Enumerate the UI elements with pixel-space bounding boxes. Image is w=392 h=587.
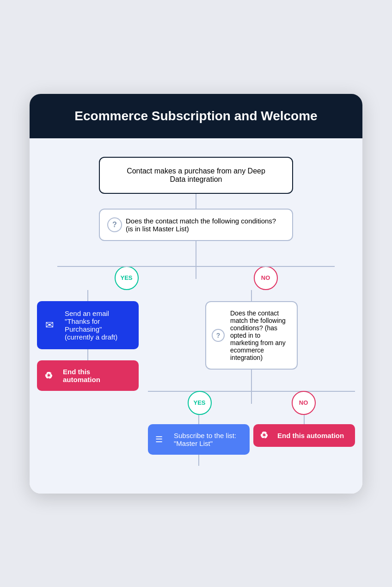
no-badge2-container: NO [252,391,355,415]
branch-split [57,254,335,279]
connector-line-1 [196,194,196,209]
left-column [57,254,196,267]
list-icon: ☰ [155,434,163,445]
main-card: Ecommerce Subscription and Welcome Conta… [30,94,362,494]
yes-badge2-container: YES [148,391,251,415]
subscribe-text: Subscribe to the list: "Master List" [174,432,236,447]
end-automation-1-node[interactable]: ♻ End this automation [37,360,139,391]
right-v2 [251,370,252,379]
page-title: Ecommerce Subscription and Welcome [48,109,344,124]
sub-right-v [304,415,305,424]
trigger-text: Contact makes a purchase from any Deep D… [127,167,265,183]
question-icon-1: ? [107,217,122,232]
left-branch: ✉ Send an email "Thanks for Purchasing" … [37,290,139,391]
sub-branches: ☰ Subscribe to the list: "Master List" ♻… [148,415,355,466]
left-v2 [87,349,88,360]
h-arm-right [196,266,335,267]
condition-text-2: Does the contact match the following con… [230,309,286,361]
right-branch: ? Does the contact match the following c… [148,290,355,466]
card-body: Contact makes a purchase from any Deep D… [30,138,362,494]
connector-line-2 [196,241,196,254]
send-email-node[interactable]: ✉ Send an email "Thanks for Purchasing" … [37,301,139,349]
yes-badge-2: YES [188,391,212,415]
branches-content: ✉ Send an email "Thanks for Purchasing" … [57,290,335,466]
sub-left-v [198,415,199,424]
sub-left-branch: ☰ Subscribe to the list: "Master List" [148,415,250,466]
end-automation-1-text: End this automation [63,368,100,383]
end-automation-2-text: End this automation [277,432,344,439]
question-icon-2: ? [212,329,225,342]
condition-text-1: Does the contact match the following con… [126,217,276,233]
sub-right-branch: ♻ End this automation [253,415,355,447]
right-column [196,254,335,267]
no-badge-2: NO [292,391,316,415]
trigger-node[interactable]: Contact makes a purchase from any Deep D… [99,157,293,194]
right-v1 [251,290,252,301]
sub-badges-row: YES NO [148,391,355,415]
sub-left-v2 [198,455,199,466]
end-automation-2-node[interactable]: ♻ End this automation [253,424,355,447]
condition-node-2[interactable]: ? Does the contact match the following c… [205,301,298,370]
h-arm-left [57,266,196,267]
email-icon: ✉ [45,319,54,331]
condition-node-1[interactable]: ? Does the contact match the following c… [99,209,293,241]
recycle-icon-2: ♻ [260,430,268,441]
card-header: Ecommerce Subscription and Welcome [30,94,362,138]
recycle-icon-1: ♻ [44,370,53,381]
subscribe-node[interactable]: ☰ Subscribe to the list: "Master List" [148,424,250,455]
send-email-text: Send an email "Thanks for Purchasing" (c… [65,309,117,341]
left-v1 [87,290,88,301]
